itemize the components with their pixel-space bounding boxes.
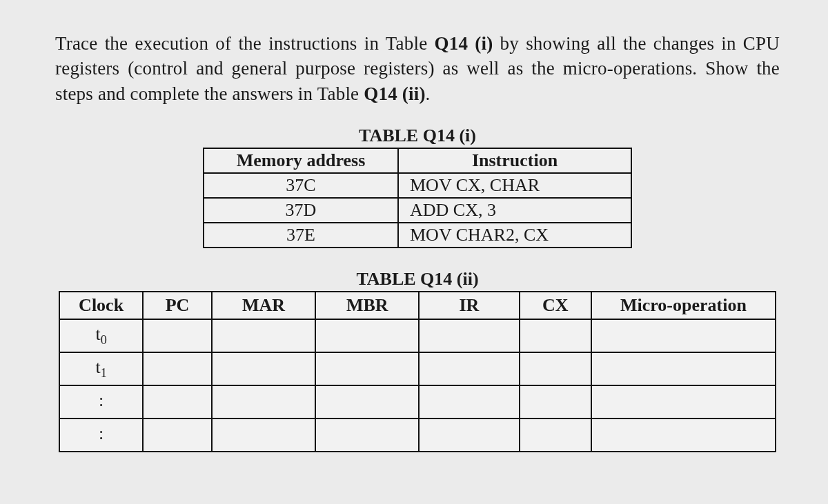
- table2-cell-pc: [143, 419, 212, 452]
- table2-cell-micro: [591, 385, 776, 419]
- table2-cell-pc: [143, 319, 212, 352]
- clock-base: :: [99, 423, 103, 443]
- table2-header-mbr: MBR: [315, 292, 419, 319]
- table2-header-row: Clock PC MAR MBR IR CX Micro-operation: [59, 292, 776, 319]
- table2-cell-mar: [212, 319, 315, 352]
- table2-cell-micro: [591, 352, 776, 385]
- table1-cell-instr: MOV CX, CHAR: [398, 173, 631, 198]
- prompt-text-3: .: [426, 83, 431, 104]
- table1-cell-addr: 37C: [204, 173, 398, 198]
- table2-header-ir: IR: [419, 292, 519, 319]
- table2-cell-clock: :: [59, 419, 143, 452]
- table2-row: t0: [59, 319, 776, 352]
- table2-title: TABLE Q14 (ii): [55, 269, 780, 290]
- clock-base: t: [95, 324, 100, 344]
- table2-row: :: [59, 385, 776, 419]
- clock-sub: 1: [101, 366, 107, 380]
- table2-cell-ir: [419, 419, 519, 452]
- table2-cell-mar: [212, 385, 315, 419]
- table2-cell-clock: t0: [59, 319, 143, 352]
- table1-cell-addr: 37E: [204, 223, 398, 248]
- table2-cell-micro: [591, 319, 776, 352]
- question-prompt: Trace the execution of the instructions …: [55, 31, 780, 106]
- table1-row: 37C MOV CX, CHAR: [204, 173, 631, 198]
- prompt-text-1: Trace the execution of the instructions …: [55, 33, 435, 54]
- table2-header-micro: Micro-operation: [591, 292, 776, 319]
- table2-cell-mar: [212, 352, 315, 385]
- table2-cell-mar: [212, 419, 315, 452]
- table2-cell-cx: [520, 385, 591, 419]
- table2-cell-mbr: [315, 385, 419, 419]
- table2-cell-mbr: [315, 352, 419, 385]
- table2-cell-ir: [419, 319, 519, 352]
- table2-cell-ir: [419, 352, 519, 385]
- table1-row: 37E MOV CHAR2, CX: [204, 223, 631, 248]
- clock-sub: 0: [101, 333, 107, 347]
- prompt-ref-1: Q14 (i): [435, 33, 493, 54]
- table-q14-i: Memory address Instruction 37C MOV CX, C…: [203, 148, 632, 248]
- table1-cell-addr: 37D: [204, 198, 398, 223]
- table2-cell-micro: [591, 419, 776, 452]
- table1-cell-instr: MOV CHAR2, CX: [398, 223, 631, 248]
- table2-header-pc: PC: [143, 292, 212, 319]
- table2-cell-mbr: [315, 319, 419, 352]
- clock-base: :: [99, 390, 103, 410]
- table2-header-cx: CX: [520, 292, 591, 319]
- table1-header-row: Memory address Instruction: [204, 148, 631, 173]
- table2-cell-cx: [520, 319, 591, 352]
- table2-cell-cx: [520, 352, 591, 385]
- table2-cell-ir: [419, 385, 519, 419]
- table2-header-mar: MAR: [212, 292, 315, 319]
- table2-cell-pc: [143, 385, 212, 419]
- table1-header-addr: Memory address: [204, 148, 398, 173]
- table1-cell-instr: ADD CX, 3: [398, 198, 631, 223]
- table2-row: :: [59, 419, 776, 452]
- table2-cell-pc: [143, 352, 212, 385]
- table2-cell-cx: [520, 419, 591, 452]
- table2-row: t1: [59, 352, 776, 385]
- page: Trace the execution of the instructions …: [0, 0, 828, 473]
- table-q14-ii: Clock PC MAR MBR IR CX Micro-operation t…: [59, 291, 776, 452]
- prompt-ref-2: Q14 (ii): [364, 83, 425, 104]
- table1-header-instr: Instruction: [398, 148, 631, 173]
- table2-cell-mbr: [315, 419, 419, 452]
- table1-title: TABLE Q14 (i): [55, 125, 780, 146]
- table2-header-clock: Clock: [59, 292, 143, 319]
- table1-row: 37D ADD CX, 3: [204, 198, 631, 223]
- clock-base: t: [95, 357, 100, 377]
- table2-cell-clock: :: [59, 385, 143, 419]
- table2-cell-clock: t1: [59, 352, 143, 385]
